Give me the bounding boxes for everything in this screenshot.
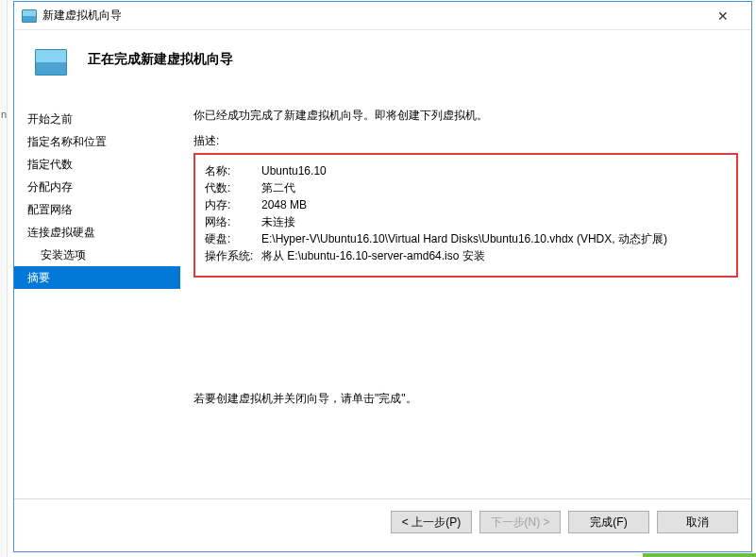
summary-row: 名称:Ubuntu16.10: [205, 162, 727, 179]
intro-text: 你已经成功完成了新建虚拟机向导。即将创建下列虚拟机。: [193, 108, 738, 124]
desc-label: 描述:: [193, 133, 738, 149]
outer-left-stripe: n: [0, 0, 8, 557]
summary-row: 代数:第二代: [205, 179, 727, 196]
window-icon: [22, 9, 37, 23]
sidebar-item-label: 连接虚拟硬盘: [27, 226, 95, 239]
summary-key: 名称:: [205, 162, 261, 179]
summary-val: 将从 E:\ubuntu-16.10-server-amd64.iso 安装: [261, 247, 727, 264]
sidebar-item-summary[interactable]: 摘要: [14, 266, 180, 289]
next-button: 下一步(N) >: [479, 511, 561, 533]
titlebar: 新建虚拟机向导: [14, 2, 751, 30]
sidebar-item-mem[interactable]: 分配内存: [14, 176, 180, 198]
sidebar-item-install[interactable]: 安装选项: [14, 244, 180, 266]
sidebar-item-gen[interactable]: 指定代数: [14, 153, 180, 176]
sidebar-item-label: 分配内存: [27, 180, 73, 194]
summary-key: 代数:: [205, 179, 261, 196]
summary-val: E:\Hyper-V\Ubuntu16.10\Virtual Hard Disk…: [261, 230, 727, 247]
summary-val: 2048 MB: [261, 196, 727, 213]
finish-button[interactable]: 完成(F): [568, 511, 649, 533]
sidebar-item-label: 开始之前: [27, 112, 73, 126]
summary-row: 网络:未连接: [205, 213, 727, 230]
finish-hint: 若要创建虚拟机并关闭向导，请单击"完成"。: [193, 391, 738, 407]
wizard-header: 正在完成新建虚拟机向导: [14, 30, 751, 87]
summary-key: 硬盘:: [205, 230, 261, 247]
sidebar-item-label: 指定名称和位置: [27, 135, 107, 148]
content-panel: 你已经成功完成了新建虚拟机向导。即将创建下列虚拟机。 描述: 名称:Ubuntu…: [180, 87, 751, 498]
stripe-mark: n: [1, 109, 7, 120]
sidebar-item-label: 摘要: [27, 271, 50, 284]
summary-box: 名称:Ubuntu16.10 代数:第二代 内存:2048 MB 网络:未连接 …: [193, 153, 738, 278]
prev-button[interactable]: < 上一步(P): [391, 511, 472, 533]
wizard-body: 开始之前 指定名称和位置 指定代数 分配内存 配置网络 连接虚拟硬盘 安装选项 …: [14, 87, 751, 498]
summary-row: 操作系统:将从 E:\ubuntu-16.10-server-amd64.iso…: [205, 247, 727, 264]
summary-key: 内存:: [205, 196, 261, 213]
sidebar-item-before[interactable]: 开始之前: [14, 108, 180, 130]
sidebar-item-name[interactable]: 指定名称和位置: [14, 130, 180, 153]
summary-key: 网络:: [205, 213, 261, 230]
close-icon[interactable]: [702, 3, 744, 29]
sidebar-item-label: 指定代数: [27, 158, 73, 171]
window-title: 新建虚拟机向导: [42, 8, 702, 24]
summary-val: 未连接: [261, 213, 727, 230]
sidebar-item-net[interactable]: 配置网络: [14, 198, 180, 221]
sidebar-item-label: 配置网络: [27, 203, 73, 216]
summary-row: 内存:2048 MB: [205, 196, 727, 213]
summary-val: Ubuntu16.10: [261, 162, 727, 179]
sidebar-item-label: 安装选项: [41, 248, 86, 262]
sidebar: 开始之前 指定名称和位置 指定代数 分配内存 配置网络 连接虚拟硬盘 安装选项 …: [14, 87, 180, 498]
summary-row: 硬盘:E:\Hyper-V\Ubuntu16.10\Virtual Hard D…: [205, 230, 727, 247]
header-icon: [35, 49, 67, 76]
page-title: 正在完成新建虚拟机向导: [88, 51, 233, 68]
bottom-accent: [643, 553, 756, 557]
wizard-footer: < 上一步(P) 下一步(N) > 完成(F) 取消: [14, 498, 751, 545]
sidebar-item-disk[interactable]: 连接虚拟硬盘: [14, 221, 180, 244]
summary-key: 操作系统:: [205, 247, 261, 264]
summary-val: 第二代: [261, 179, 727, 196]
cancel-button[interactable]: 取消: [657, 511, 738, 533]
wizard-window: 新建虚拟机向导 正在完成新建虚拟机向导 开始之前 指定名称和位置 指定代数 分配…: [13, 1, 752, 552]
